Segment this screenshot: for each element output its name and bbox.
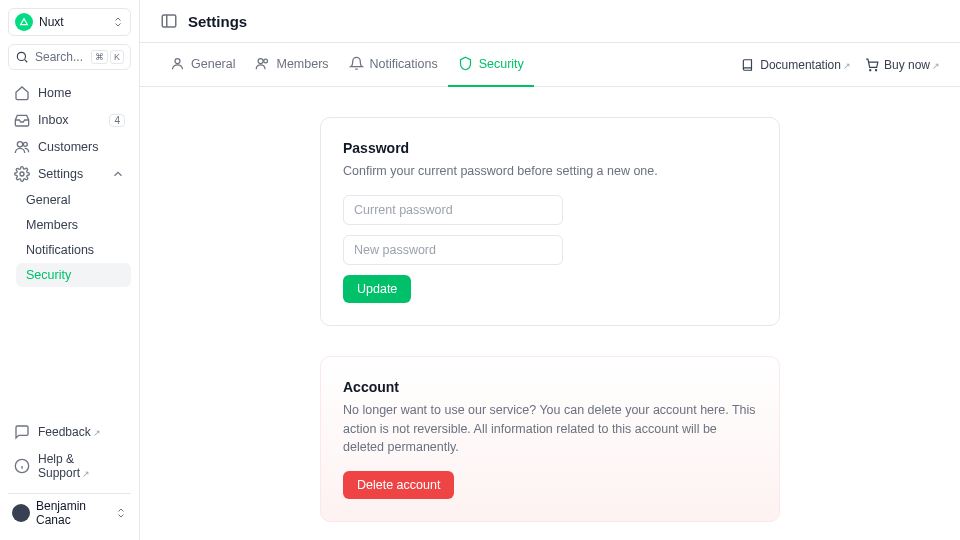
search-button[interactable]: Search... ⌘K: [8, 44, 131, 70]
shield-icon: [458, 56, 473, 71]
card-title: Password: [343, 140, 757, 156]
new-password-input[interactable]: [343, 235, 563, 265]
svg-point-1: [17, 142, 22, 147]
users-icon: [14, 139, 30, 155]
svg-point-10: [875, 69, 876, 70]
org-name: Nuxt: [39, 15, 106, 29]
sidebar-item-label: Customers: [38, 140, 125, 154]
avatar: [12, 504, 30, 522]
documentation-link[interactable]: Documentation↗: [741, 58, 851, 72]
book-icon: [741, 58, 755, 72]
content: Password Confirm your current password b…: [140, 87, 960, 540]
cart-icon: [865, 58, 879, 72]
bell-icon: [349, 56, 364, 71]
user-icon: [170, 56, 185, 71]
current-password-input[interactable]: [343, 195, 563, 225]
sidebar-toggle-icon[interactable]: [160, 12, 178, 30]
sidebar-item-label: Home: [38, 86, 125, 100]
sidebar-footer: Feedback↗ Help & Support↗ Benjamin Canac: [8, 419, 131, 532]
inbox-badge: 4: [109, 114, 125, 127]
sidebar-item-inbox[interactable]: Inbox 4: [8, 107, 131, 133]
sidebar-item-customers[interactable]: Customers: [8, 134, 131, 160]
chevron-up-icon: [111, 167, 125, 181]
org-switcher[interactable]: Nuxt: [8, 8, 131, 36]
svg-point-2: [23, 142, 27, 146]
external-icon: ↗: [82, 469, 90, 479]
svg-point-3: [20, 172, 24, 176]
tab-general[interactable]: General: [160, 43, 245, 87]
svg-point-8: [264, 59, 268, 63]
home-icon: [14, 85, 30, 101]
tab-label: Notifications: [370, 57, 438, 71]
sidebar-subitem-notifications[interactable]: Notifications: [16, 238, 131, 262]
card-title: Account: [343, 379, 757, 395]
external-icon: ↗: [932, 61, 940, 71]
sidebar-item-home[interactable]: Home: [8, 80, 131, 106]
svg-point-7: [259, 59, 264, 64]
account-card: Account No longer want to use our servic…: [320, 356, 780, 522]
settings-subnav: General Members Notifications Security: [16, 188, 131, 287]
sidebar: Nuxt Search... ⌘K Home Inbox 4: [0, 0, 140, 540]
sidebar-subitem-general[interactable]: General: [16, 188, 131, 212]
topbar: Settings: [140, 0, 960, 43]
sidebar-item-label: Inbox: [38, 113, 101, 127]
info-icon: [14, 458, 30, 474]
external-icon: ↗: [843, 61, 851, 71]
svg-point-0: [17, 52, 25, 60]
tabs-row: General Members Notifications Security D…: [140, 43, 960, 87]
org-avatar: [15, 13, 33, 31]
svg-point-9: [870, 69, 871, 70]
password-card: Password Confirm your current password b…: [320, 117, 780, 326]
sidebar-subitem-security[interactable]: Security: [16, 263, 131, 287]
main: Settings General Members Notifications S…: [140, 0, 960, 540]
chat-icon: [14, 424, 30, 440]
user-name: Benjamin Canac: [36, 499, 109, 527]
gear-icon: [14, 166, 30, 182]
user-switcher[interactable]: Benjamin Canac: [8, 493, 131, 532]
update-password-button[interactable]: Update: [343, 275, 411, 303]
feedback-link[interactable]: Feedback↗: [8, 419, 131, 445]
svg-rect-5: [162, 15, 176, 27]
search-label: Search...: [35, 50, 85, 64]
chevron-updown-icon: [112, 16, 124, 28]
delete-account-button[interactable]: Delete account: [343, 471, 454, 499]
primary-nav: Home Inbox 4 Customers Settings General …: [8, 80, 131, 287]
page-title: Settings: [188, 13, 247, 30]
sidebar-item-settings[interactable]: Settings: [8, 161, 131, 187]
search-icon: [15, 50, 29, 64]
external-icon: ↗: [93, 428, 101, 438]
users-icon: [255, 56, 270, 71]
tab-security[interactable]: Security: [448, 43, 534, 87]
search-shortcut: ⌘K: [91, 50, 124, 64]
card-description: No longer want to use our service? You c…: [343, 401, 757, 457]
help-link[interactable]: Help & Support↗: [8, 447, 131, 485]
buy-link[interactable]: Buy now↗: [865, 58, 940, 72]
svg-point-6: [175, 59, 180, 64]
tab-members[interactable]: Members: [245, 43, 338, 87]
sidebar-item-label: Settings: [38, 167, 103, 181]
sidebar-subitem-members[interactable]: Members: [16, 213, 131, 237]
chevron-updown-icon: [115, 507, 127, 519]
tab-label: General: [191, 57, 235, 71]
inbox-icon: [14, 112, 30, 128]
tab-label: Members: [276, 57, 328, 71]
tab-label: Security: [479, 57, 524, 71]
tab-notifications[interactable]: Notifications: [339, 43, 448, 87]
card-description: Confirm your current password before set…: [343, 162, 757, 181]
